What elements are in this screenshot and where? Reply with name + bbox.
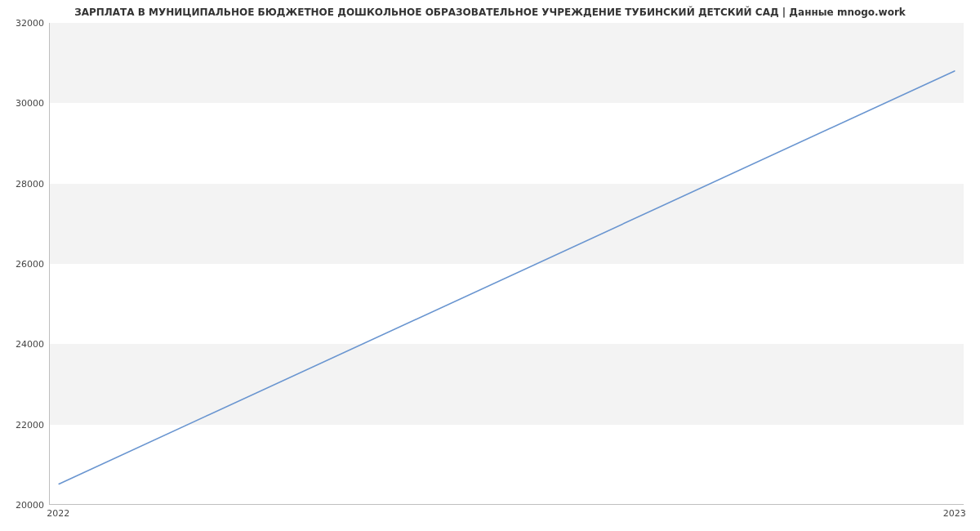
chart-container: ЗАРПЛАТА В МУНИЦИПАЛЬНОЕ БЮДЖЕТНОЕ ДОШКО… <box>0 0 980 531</box>
plot-area <box>49 23 964 505</box>
x-tick-label: 2023 <box>943 508 966 519</box>
chart-title: ЗАРПЛАТА В МУНИЦИПАЛЬНОЕ БЮДЖЕТНОЕ ДОШКО… <box>0 7 980 18</box>
x-tick-label: 2022 <box>47 508 69 519</box>
y-tick-label: 30000 <box>3 98 44 109</box>
y-tick-label: 32000 <box>3 18 44 29</box>
series-line <box>59 71 955 484</box>
line-layer <box>50 23 964 504</box>
y-tick-label: 20000 <box>3 500 44 511</box>
y-tick-label: 24000 <box>3 339 44 350</box>
y-tick-label: 26000 <box>3 259 44 270</box>
y-tick-label: 22000 <box>3 419 44 430</box>
y-tick-label: 28000 <box>3 178 44 189</box>
